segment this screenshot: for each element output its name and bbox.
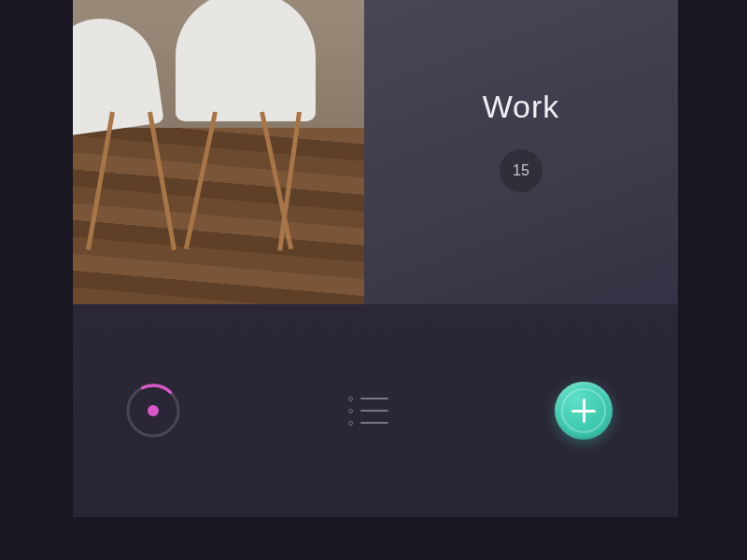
plus-vertical: [583, 399, 585, 423]
category-count-badge: 15: [500, 149, 543, 192]
list-row: [348, 421, 388, 426]
list-row: [348, 397, 388, 401]
line-icon: [360, 422, 388, 424]
plus-icon: [555, 382, 613, 440]
list-icon: [348, 397, 388, 426]
nav-list-button[interactable]: [348, 397, 388, 426]
category-title: Work: [483, 89, 560, 125]
list-row: [348, 409, 388, 413]
nav-add-button[interactable]: [555, 382, 613, 440]
wood-floor: [73, 128, 364, 304]
progress-dot-icon: [148, 405, 159, 416]
line-icon: [360, 398, 388, 399]
bottom-nav-bar: [73, 304, 678, 517]
category-count: 15: [513, 162, 529, 179]
bullet-icon: [348, 397, 353, 401]
tile-row: Work 15: [73, 0, 678, 304]
nav-progress-button[interactable]: [124, 382, 182, 440]
progress-ring-icon: [124, 382, 182, 440]
bullet-icon: [348, 409, 353, 413]
category-image-tile[interactable]: [73, 0, 364, 304]
app-panel: Work 15: [73, 0, 678, 517]
line-icon: [360, 410, 388, 412]
bullet-icon: [348, 421, 353, 426]
chair-shape: [176, 0, 316, 121]
category-tile-work[interactable]: Work 15: [364, 0, 678, 304]
